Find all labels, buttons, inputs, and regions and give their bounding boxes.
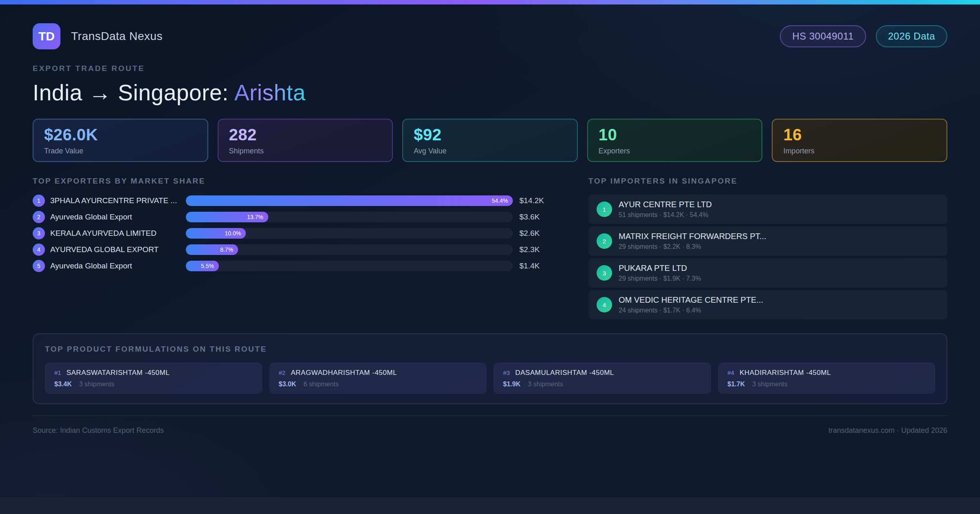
stat-label: Avg Value bbox=[414, 147, 566, 155]
rank-badge: 1 bbox=[33, 195, 45, 207]
importer-name: MATRIX FREIGHT FORWARDERS PT... bbox=[619, 232, 766, 241]
brand: TD TransData Nexus bbox=[33, 23, 163, 49]
exporter-name: 3PHALA AYURCENTRE PRIVATE ... bbox=[45, 196, 186, 205]
importer-meta: 51 shipments · $14.2K · 54.4% bbox=[619, 211, 712, 219]
stat-value: 10 bbox=[599, 126, 751, 144]
product-rank: #3 bbox=[503, 369, 510, 376]
share-percent-label: 5.5% bbox=[201, 263, 214, 269]
product-header: #4 KHADIRARISHTAM -450ML bbox=[728, 369, 926, 377]
importer-name: OM VEDIC HERITAGE CENTRE PTE... bbox=[619, 295, 763, 305]
stats-row: $26.0K Trade Value 282 Shipments $92 Avg… bbox=[33, 119, 947, 162]
product-value: $3.4K bbox=[54, 381, 72, 388]
product-cards: #1 SARASWATARISHTAM -450ML $3.4K 3 shipm… bbox=[45, 363, 935, 394]
importer-card[interactable]: 2 MATRIX FREIGHT FORWARDERS PT... 29 shi… bbox=[588, 226, 947, 256]
share-percent-label: 54.4% bbox=[492, 197, 508, 204]
product-stats: $3.4K 3 shipments bbox=[54, 381, 253, 388]
product-name: ARAGWADHARISHTAM -450ML bbox=[291, 369, 397, 377]
importer-name: AYUR CENTRE PTE LTD bbox=[619, 200, 712, 209]
importer-info: AYUR CENTRE PTE LTD 51 shipments · $14.2… bbox=[619, 200, 712, 219]
stat-label: Trade Value bbox=[44, 147, 197, 155]
brand-name: TransData Nexus bbox=[71, 30, 163, 43]
importer-meta: 24 shipments · $1.7K · 6.4% bbox=[619, 307, 763, 314]
product-header: #2 ARAGWADHARISHTAM -450ML bbox=[279, 369, 477, 377]
importer-info: OM VEDIC HERITAGE CENTRE PTE... 24 shipm… bbox=[619, 295, 763, 314]
product-name: KHADIRARISHTAM -450ML bbox=[739, 369, 831, 377]
page-title-accent: Arishta bbox=[234, 80, 306, 105]
stat-label: Shipments bbox=[229, 147, 382, 155]
year-badge[interactable]: 2026 Data bbox=[876, 25, 947, 47]
importers-heading: TOP IMPORTERS IN SINGAPORE bbox=[588, 177, 947, 186]
stat-card-trade-value: $26.0K Trade Value bbox=[33, 119, 208, 162]
market-share-bar-track: 5.5% bbox=[186, 261, 513, 271]
product-card[interactable]: #1 SARASWATARISHTAM -450ML $3.4K 3 shipm… bbox=[45, 363, 262, 394]
product-card[interactable]: #2 ARAGWADHARISHTAM -450ML $3.0K 6 shipm… bbox=[270, 363, 487, 394]
product-shipments: 3 shipments bbox=[79, 381, 114, 388]
market-share-bar-track: 54.4% bbox=[186, 195, 513, 206]
stat-value: $92 bbox=[414, 126, 566, 144]
market-share-bar: 13.7% bbox=[186, 212, 268, 222]
market-share-bar-track: 10.0% bbox=[186, 228, 513, 239]
importer-card[interactable]: 3 PUKARA PTE LTD 29 shipments · $1.9K · … bbox=[588, 258, 947, 288]
product-name: SARASWATARISHTAM -450ML bbox=[67, 369, 170, 377]
exporter-value: $2.3K bbox=[513, 245, 553, 254]
product-rank: #4 bbox=[728, 369, 735, 376]
market-share-bar: 10.0% bbox=[186, 228, 246, 239]
importers-list: 1 AYUR CENTRE PTE LTD 51 shipments · $14… bbox=[588, 195, 947, 319]
page-title-main: India → Singapore: bbox=[33, 80, 229, 105]
product-header: #1 SARASWATARISHTAM -450ML bbox=[54, 369, 253, 377]
exporter-row[interactable]: 3 KERALA AYURVEDA LIMITED 10.0% $2.6K bbox=[33, 227, 553, 238]
product-stats: $1.7K 3 shipments bbox=[728, 381, 926, 388]
market-share-bar: 8.7% bbox=[186, 244, 238, 255]
stat-card-avg-value: $92 Avg Value bbox=[402, 119, 578, 162]
header-badges: HS 30049011 2026 Data bbox=[780, 25, 947, 47]
brand-logo: TD bbox=[33, 23, 60, 49]
importer-meta: 29 shipments · $2.2K · 8.3% bbox=[619, 243, 766, 250]
rank-badge: 2 bbox=[33, 211, 45, 223]
importer-meta: 29 shipments · $1.9K · 7.3% bbox=[619, 275, 701, 282]
stat-label: Importers bbox=[783, 147, 936, 155]
product-shipments: 3 shipments bbox=[528, 381, 563, 388]
product-value: $1.7K bbox=[728, 381, 745, 388]
exporter-name: AYURVEDA GLOBAL EXPORT bbox=[45, 245, 186, 254]
importer-card[interactable]: 4 OM VEDIC HERITAGE CENTRE PTE... 24 shi… bbox=[588, 290, 947, 319]
exporters-bar-chart: 1 3PHALA AYURCENTRE PRIVATE ... 54.4% $1… bbox=[33, 195, 553, 270]
products-heading: TOP PRODUCT FORMULATIONS ON THIS ROUTE bbox=[45, 345, 935, 354]
importer-card[interactable]: 1 AYUR CENTRE PTE LTD 51 shipments · $14… bbox=[588, 195, 947, 224]
eyebrow-label: EXPORT TRADE ROUTE bbox=[33, 64, 947, 73]
top-accent-bar bbox=[0, 0, 980, 4]
exporter-row[interactable]: 1 3PHALA AYURCENTRE PRIVATE ... 54.4% $1… bbox=[33, 195, 553, 205]
share-percent-label: 8.7% bbox=[220, 246, 233, 253]
share-percent-label: 13.7% bbox=[247, 214, 263, 220]
product-header: #3 DASAMULARISHTAM -450ML bbox=[503, 369, 702, 377]
exporter-row[interactable]: 5 Ayurveda Global Export 5.5% $1.4K bbox=[33, 260, 553, 270]
importers-section: TOP IMPORTERS IN SINGAPORE 1 AYUR CENTRE… bbox=[588, 177, 947, 322]
product-stats: $3.0K 6 shipments bbox=[279, 381, 477, 388]
dashboard-page: TD TransData Nexus HS 30049011 2026 Data… bbox=[0, 0, 980, 497]
content-container: TD TransData Nexus HS 30049011 2026 Data… bbox=[0, 4, 980, 435]
rank-badge: 4 bbox=[33, 244, 45, 256]
product-card[interactable]: #4 KHADIRARISHTAM -450ML $1.7K 3 shipmen… bbox=[718, 363, 935, 394]
importer-name: PUKARA PTE LTD bbox=[619, 264, 701, 273]
importer-info: PUKARA PTE LTD 29 shipments · $1.9K · 7.… bbox=[619, 264, 701, 282]
exporters-section: TOP EXPORTERS BY MARKET SHARE 1 3PHALA A… bbox=[33, 177, 553, 276]
exporter-value: $2.6K bbox=[513, 229, 553, 238]
exporter-name: Ayurveda Global Export bbox=[45, 213, 186, 222]
product-rank: #2 bbox=[279, 369, 286, 376]
product-card[interactable]: #3 DASAMULARISHTAM -450ML $1.9K 3 shipme… bbox=[494, 363, 711, 394]
product-value: $1.9K bbox=[503, 381, 521, 388]
hs-code-badge[interactable]: HS 30049011 bbox=[780, 25, 866, 47]
exporters-heading: TOP EXPORTERS BY MARKET SHARE bbox=[33, 177, 553, 186]
exporter-name: KERALA AYURVEDA LIMITED bbox=[45, 229, 186, 238]
rank-badge: 2 bbox=[597, 233, 612, 249]
product-rank: #1 bbox=[54, 369, 61, 376]
stat-value: 16 bbox=[783, 126, 936, 144]
stat-card-importers: 16 Importers bbox=[772, 119, 947, 162]
stat-card-exporters: 10 Exporters bbox=[587, 119, 763, 162]
market-share-bar-track: 13.7% bbox=[186, 212, 513, 222]
exporter-row[interactable]: 4 AYURVEDA GLOBAL EXPORT 8.7% $2.3K bbox=[33, 244, 553, 254]
exporter-row[interactable]: 2 Ayurveda Global Export 13.7% $3.6K bbox=[33, 211, 553, 222]
stat-label: Exporters bbox=[599, 147, 751, 155]
market-share-bar-track: 8.7% bbox=[186, 244, 513, 255]
rank-badge: 3 bbox=[33, 227, 45, 239]
stat-value: $26.0K bbox=[44, 126, 197, 144]
